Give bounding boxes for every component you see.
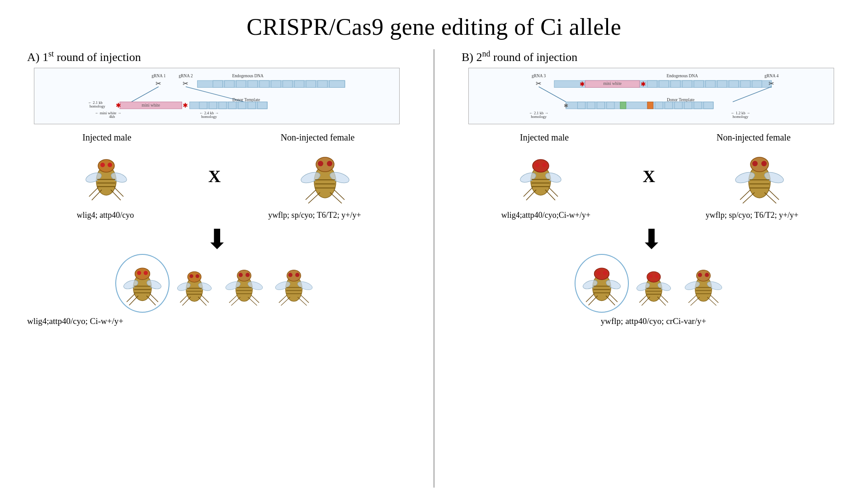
fly-offspring-b-2 xyxy=(631,261,676,310)
cross-section-b: Injected male Non-injected female xyxy=(448,132,854,326)
svg-point-93 xyxy=(245,273,250,277)
svg-line-218 xyxy=(688,295,696,303)
svg-line-87 xyxy=(182,297,190,305)
svg-text:Donor Template: Donor Template xyxy=(232,97,260,102)
svg-line-17 xyxy=(132,87,159,102)
svg-text:gRNA 1: gRNA 1 xyxy=(151,74,165,78)
fly-female-a xyxy=(296,145,354,208)
non-injected-female-label-a: Non-injected female xyxy=(273,132,363,143)
arrow-down-b: ⬇ xyxy=(640,226,663,253)
svg-line-182 xyxy=(764,192,776,203)
genotype-male-b: wlig4;attp40/cyo;Ci-w+/y+ xyxy=(500,211,591,220)
svg-line-181 xyxy=(769,190,779,200)
svg-text:gRNA 2: gRNA 2 xyxy=(179,74,193,78)
svg-point-92 xyxy=(238,273,242,277)
svg-rect-144 xyxy=(647,102,653,108)
svg-line-63 xyxy=(330,192,342,203)
svg-text:Donor Template: Donor Template xyxy=(667,97,694,102)
non-injected-female-label-b: Non-injected female xyxy=(708,132,799,143)
svg-line-180 xyxy=(743,192,755,203)
page-title: CRISPR/Cas9 gene editing of Ci allele xyxy=(0,0,868,49)
fly-offspring-a-2 xyxy=(172,261,217,310)
svg-text:homology: homology xyxy=(90,104,106,108)
fly-male-b xyxy=(514,147,568,206)
svg-point-159 xyxy=(535,163,539,167)
fly-female-b xyxy=(730,145,789,208)
genotype-female-a: ywflp; sp/cyo; T6/T2; y+/y+ xyxy=(265,211,364,220)
svg-point-78 xyxy=(188,272,201,282)
injected-male-label-b: Injected male xyxy=(504,132,585,143)
svg-text:✱: ✱ xyxy=(183,102,188,109)
svg-point-211 xyxy=(698,273,702,277)
dna-diagram-b: gRNA 3 Endogenous DNA gRNA 4 mini white … xyxy=(468,68,834,124)
svg-line-220 xyxy=(710,295,718,303)
panel-a-title: A) 1st round of injection xyxy=(27,49,141,64)
panel-a: A) 1st round of injection gRNA 1 gRNA 2 … xyxy=(0,49,434,488)
svg-point-53 xyxy=(318,161,323,166)
svg-text:homology: homology xyxy=(733,114,749,119)
offspring-genotype-a: wlig4;attp40/cyo; Ci-w+/y+ xyxy=(27,316,123,326)
svg-line-115 xyxy=(297,297,307,305)
svg-line-219 xyxy=(690,297,699,305)
svg-line-48 xyxy=(92,190,102,200)
svg-text:homology: homology xyxy=(201,114,217,119)
svg-point-79 xyxy=(189,274,193,278)
svg-point-197 xyxy=(647,272,660,282)
svg-line-206 xyxy=(642,297,650,305)
svg-line-60 xyxy=(306,190,316,200)
svg-line-102 xyxy=(248,297,257,305)
svg-text:Endogenous DNA: Endogenous DNA xyxy=(666,74,698,78)
svg-line-62 xyxy=(334,190,344,200)
svg-text:Endogenous DNA: Endogenous DNA xyxy=(232,74,264,78)
svg-point-41 xyxy=(108,163,112,167)
svg-point-54 xyxy=(327,161,332,166)
svg-line-221 xyxy=(707,297,716,305)
fly-offspring-a-3 xyxy=(222,258,267,312)
svg-point-158 xyxy=(533,160,549,172)
fly-offspring-a-4 xyxy=(271,258,316,312)
svg-text:✂: ✂ xyxy=(156,80,161,87)
svg-text:✱: ✱ xyxy=(580,81,585,88)
genotype-male-a: wlig4; attp40/cyo xyxy=(69,211,142,220)
genotype-female-b: ywflp; sp/cyo; T6/T2; y+/y+ xyxy=(703,211,802,220)
svg-point-105 xyxy=(288,273,292,277)
svg-point-40 xyxy=(100,163,105,167)
panel-b: B) 2nd round of injection gRNA 3 Endogen… xyxy=(434,49,868,488)
svg-line-99 xyxy=(229,295,237,303)
svg-rect-141 xyxy=(566,102,713,108)
svg-line-137 xyxy=(733,87,772,102)
cross-symbol-a: X xyxy=(208,166,221,186)
svg-text:✱: ✱ xyxy=(640,81,646,88)
svg-text:homology: homology xyxy=(531,114,547,119)
svg-text:✱: ✱ xyxy=(116,102,121,109)
arrow-down-a: ⬇ xyxy=(206,226,228,253)
svg-text:mini white: mini white xyxy=(603,81,622,86)
svg-point-172 xyxy=(752,161,758,166)
svg-line-208 xyxy=(657,297,665,305)
svg-text:gRNA 4: gRNA 4 xyxy=(764,74,778,78)
svg-line-136 xyxy=(539,87,566,102)
svg-text:✱: ✱ xyxy=(564,103,568,109)
svg-line-179 xyxy=(740,190,750,200)
svg-line-114 xyxy=(301,295,309,303)
offspring-genotype-b: ywflp; attp40/cyo; crCi-var/y+ xyxy=(450,316,857,326)
svg-text:gRNA 3: gRNA 3 xyxy=(532,74,546,78)
cross-symbol-b: X xyxy=(643,166,655,186)
svg-point-39 xyxy=(98,160,114,172)
svg-rect-143 xyxy=(620,102,626,108)
svg-line-167 xyxy=(526,190,536,200)
svg-point-199 xyxy=(655,274,658,278)
svg-line-89 xyxy=(198,297,206,305)
dna-diagram-a: gRNA 1 gRNA 2 Endogenous DNA ✂ xyxy=(34,68,400,124)
svg-text:✂: ✂ xyxy=(183,80,189,87)
svg-point-212 xyxy=(705,273,709,277)
svg-text:4kb: 4kb xyxy=(109,114,115,119)
svg-text:✂: ✂ xyxy=(536,80,542,87)
svg-line-100 xyxy=(231,297,240,305)
fly-offspring-b-3 xyxy=(681,258,726,312)
svg-text:←  mini white  →: ← mini white → xyxy=(95,110,121,115)
svg-line-61 xyxy=(308,192,320,203)
svg-line-113 xyxy=(281,297,290,305)
injected-male-label-a: Injected male xyxy=(71,132,143,143)
svg-point-80 xyxy=(195,274,199,278)
